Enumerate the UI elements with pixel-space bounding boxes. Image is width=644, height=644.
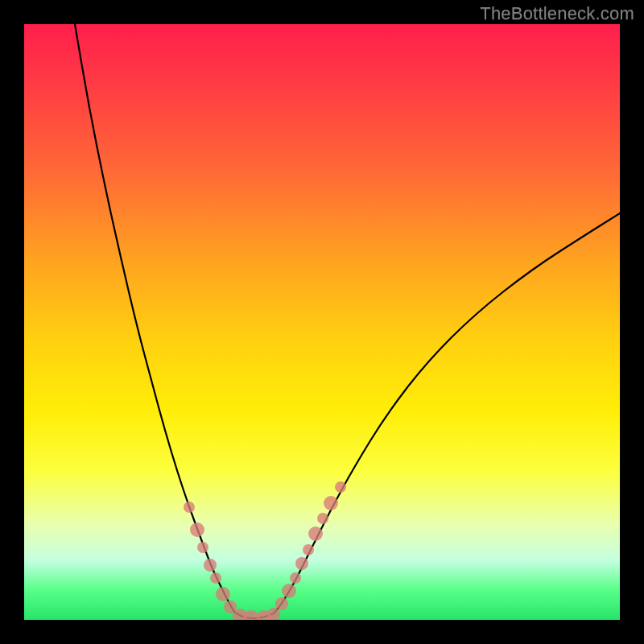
- data-marker: [282, 584, 296, 598]
- data-marker: [308, 526, 323, 541]
- marker-cluster-right: [275, 481, 346, 610]
- data-marker: [190, 522, 204, 537]
- data-marker: [275, 597, 288, 610]
- data-marker: [295, 557, 308, 570]
- data-marker: [197, 542, 208, 553]
- chart-svg: [24, 24, 620, 620]
- curve-left-branch: [75, 24, 234, 612]
- watermark-text: TheBottleneck.com: [480, 3, 634, 24]
- marker-cluster-left: [184, 502, 237, 613]
- data-marker: [303, 544, 314, 555]
- data-marker: [204, 559, 217, 572]
- curve-right-branch: [274, 213, 620, 613]
- data-marker: [216, 587, 230, 601]
- data-marker: [184, 502, 195, 513]
- marker-cluster-trough: [233, 608, 280, 620]
- data-marker: [324, 496, 338, 510]
- data-marker: [210, 572, 221, 584]
- chart-plot-area: [24, 24, 620, 620]
- data-marker: [317, 513, 328, 524]
- data-marker: [335, 481, 346, 493]
- data-marker: [267, 608, 280, 620]
- data-marker: [290, 572, 301, 584]
